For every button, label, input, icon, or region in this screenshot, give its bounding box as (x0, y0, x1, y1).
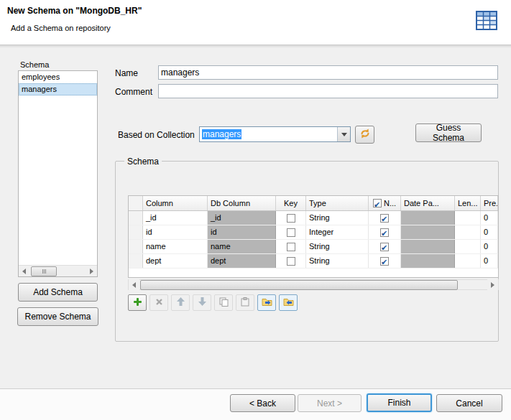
cell-type[interactable]: String (306, 240, 369, 253)
cell-column[interactable]: _id (143, 211, 208, 225)
cell-db-column: name (208, 240, 276, 253)
collection-label: Based on Collection (118, 130, 195, 140)
header-length[interactable]: Len... (455, 196, 481, 210)
table-row[interactable]: id id Integer 0 (129, 225, 498, 240)
nullable-checkbox[interactable] (380, 257, 389, 266)
table-horizontal-scrollbar[interactable] (128, 279, 499, 290)
copy-icon (219, 297, 229, 309)
add-schema-button[interactable]: Add Schema (18, 283, 98, 302)
cell-db-column: _id (208, 211, 276, 225)
table-row[interactable]: name name String 0 (129, 240, 498, 254)
scroll-left-icon[interactable] (129, 279, 139, 290)
key-checkbox[interactable] (287, 257, 295, 266)
schema-table[interactable]: Column Db Column Key Type N... Date Pa..… (128, 195, 499, 278)
cell-precision[interactable]: 0 (481, 240, 498, 253)
cell-length[interactable] (455, 254, 481, 268)
cell-column[interactable]: id (143, 225, 208, 239)
name-input[interactable] (158, 65, 498, 80)
paste-icon (241, 297, 249, 309)
table-header-row: Column Db Column Key Type N... Date Pa..… (129, 196, 498, 211)
page-subtitle: Add a Schema on repository (11, 24, 111, 32)
cell-precision[interactable]: 0 (481, 254, 498, 268)
table-row[interactable]: _id _id String 0 (129, 211, 498, 225)
cell-length[interactable] (455, 225, 481, 239)
scroll-thumb[interactable] (140, 280, 458, 290)
import-schema-button[interactable] (257, 294, 276, 311)
key-checkbox[interactable] (287, 243, 295, 251)
cell-date-pattern (401, 240, 455, 253)
wizard-header: New Schema on "MongoDB_HR" Add a Schema … (0, 0, 511, 45)
header-date-pattern[interactable]: Date Pa... (401, 196, 455, 210)
sync-icon (359, 128, 371, 141)
comment-input[interactable] (158, 84, 498, 98)
move-up-button[interactable] (171, 294, 190, 311)
back-button[interactable]: < Back (230, 394, 295, 412)
list-horizontal-scrollbar[interactable] (19, 265, 97, 276)
header-shadow (0, 45, 511, 48)
cell-type[interactable]: String (306, 211, 369, 225)
scroll-left-icon[interactable] (19, 266, 29, 276)
page-title: New Schema on "MongoDB_HR" (7, 6, 142, 16)
x-icon (155, 298, 163, 308)
folder-import-icon (262, 297, 272, 309)
row-selector[interactable] (129, 225, 143, 239)
folder-export-icon (283, 297, 294, 309)
name-label: Name (115, 68, 138, 78)
chevron-down-icon[interactable] (337, 127, 350, 141)
header-key[interactable]: Key (276, 196, 306, 210)
header-db-column[interactable]: Db Column (208, 196, 276, 210)
cell-column[interactable]: dept (143, 254, 208, 268)
export-schema-button[interactable] (279, 294, 298, 311)
cell-length[interactable] (455, 211, 481, 225)
header-column[interactable]: Column (143, 196, 208, 210)
cell-date-pattern (401, 225, 455, 239)
cell-column[interactable]: name (143, 240, 208, 253)
schema-list-item[interactable]: managers (19, 83, 97, 95)
table-row[interactable]: dept dept String 0 (129, 254, 498, 269)
cancel-button[interactable]: Cancel (436, 394, 502, 412)
guess-schema-button[interactable]: Guess Schema (415, 123, 482, 142)
cell-type[interactable]: String (306, 254, 369, 268)
cell-precision[interactable]: 0 (481, 211, 498, 225)
copy-button[interactable] (214, 294, 233, 311)
finish-button[interactable]: Finish (367, 393, 432, 412)
schema-list[interactable]: employees managers (18, 70, 98, 277)
cell-date-pattern (401, 254, 455, 268)
scroll-right-icon[interactable] (86, 266, 97, 276)
schema-list-item[interactable]: employees (19, 71, 97, 83)
nullable-checkbox[interactable] (380, 243, 389, 251)
header-type[interactable]: Type (306, 196, 369, 210)
schema-list-label: Schema (20, 60, 49, 69)
cell-db-column: dept (208, 254, 276, 268)
nullable-checkbox[interactable] (380, 228, 389, 237)
collection-combobox[interactable]: managers (199, 126, 351, 142)
collection-selected-text: managers (202, 129, 241, 139)
comment-label: Comment (115, 87, 152, 97)
cell-length[interactable] (455, 240, 481, 253)
cell-precision[interactable]: 0 (481, 225, 498, 239)
arrow-up-icon (177, 297, 185, 308)
cell-type[interactable]: Integer (306, 225, 369, 239)
next-button[interactable]: Next > (298, 394, 362, 412)
remove-column-button[interactable] (149, 294, 168, 311)
row-selector[interactable] (129, 240, 143, 253)
sync-collections-button[interactable] (355, 126, 374, 144)
key-checkbox[interactable] (287, 228, 295, 237)
arrow-down-icon (198, 297, 206, 308)
header-nullable[interactable]: N... (369, 196, 401, 210)
scroll-thumb[interactable] (31, 266, 57, 276)
row-selector[interactable] (129, 254, 143, 268)
move-down-button[interactable] (193, 294, 211, 311)
row-selector-header (129, 196, 143, 210)
remove-schema-button[interactable]: Remove Schema (17, 307, 98, 326)
row-selector[interactable] (129, 211, 143, 225)
header-precision[interactable]: Pre... (481, 196, 498, 210)
add-column-button[interactable] (128, 294, 147, 311)
paste-button[interactable] (236, 294, 254, 311)
key-checkbox[interactable] (287, 214, 295, 223)
schema-toolbar (128, 294, 298, 311)
scroll-right-icon[interactable] (487, 279, 498, 290)
new-schema-dialog: New Schema on "MongoDB_HR" Add a Schema … (0, 0, 511, 420)
nullable-all-checkbox[interactable] (373, 199, 382, 207)
nullable-checkbox[interactable] (380, 214, 389, 223)
